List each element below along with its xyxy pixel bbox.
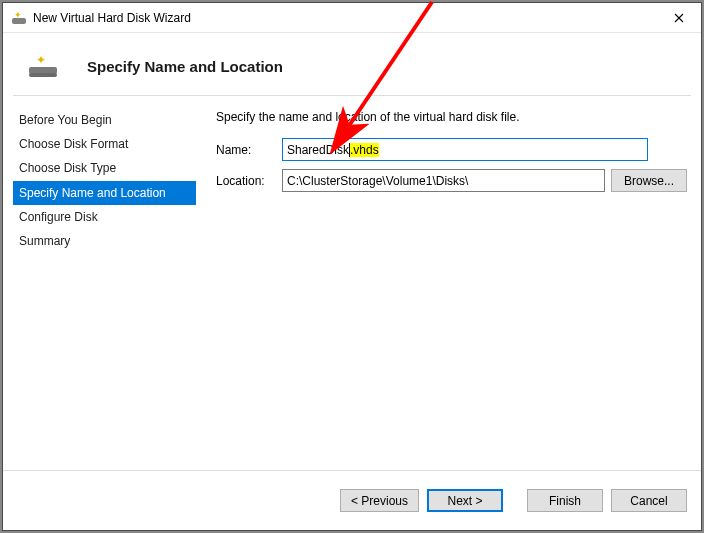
wizard-header: ✦ Specify Name and Location xyxy=(3,33,701,95)
name-row: Name: SharedDisk.vhds xyxy=(216,138,687,161)
name-value-prefix: SharedDisk xyxy=(287,143,349,157)
close-button[interactable] xyxy=(656,3,701,32)
disk-wizard-icon: ✦ xyxy=(29,55,57,77)
previous-button[interactable]: < Previous xyxy=(340,489,419,512)
browse-button[interactable]: Browse... xyxy=(611,169,687,192)
step-specify-name-location[interactable]: Specify Name and Location xyxy=(13,181,196,205)
app-icon: ✦ xyxy=(11,10,27,26)
name-value-highlight: .vhds xyxy=(350,143,379,157)
page-heading: Specify Name and Location xyxy=(87,58,283,75)
finish-button[interactable]: Finish xyxy=(527,489,603,512)
location-label: Location: xyxy=(216,174,276,188)
close-icon xyxy=(674,13,684,23)
steps-sidebar: Before You Begin Choose Disk Format Choo… xyxy=(13,104,196,470)
window-title: New Virtual Hard Disk Wizard xyxy=(33,11,656,25)
step-summary[interactable]: Summary xyxy=(13,229,196,253)
instruction-text: Specify the name and location of the vir… xyxy=(216,110,687,124)
title-bar: ✦ New Virtual Hard Disk Wizard xyxy=(3,3,701,33)
location-input[interactable] xyxy=(282,169,605,192)
wizard-footer: < Previous Next > Finish Cancel xyxy=(3,470,701,530)
name-input[interactable]: SharedDisk.vhds xyxy=(282,138,648,161)
step-choose-disk-type[interactable]: Choose Disk Type xyxy=(13,156,196,180)
location-row: Location: Browse... xyxy=(216,169,687,192)
step-configure-disk[interactable]: Configure Disk xyxy=(13,205,196,229)
name-label: Name: xyxy=(216,143,276,157)
step-choose-disk-format[interactable]: Choose Disk Format xyxy=(13,132,196,156)
wizard-content: Specify the name and location of the vir… xyxy=(204,104,691,470)
next-button[interactable]: Next > xyxy=(427,489,503,512)
wizard-body: Before You Begin Choose Disk Format Choo… xyxy=(3,96,701,470)
cancel-button[interactable]: Cancel xyxy=(611,489,687,512)
wizard-window: ✦ New Virtual Hard Disk Wizard ✦ Specify… xyxy=(2,2,702,531)
step-before-you-begin[interactable]: Before You Begin xyxy=(13,108,196,132)
